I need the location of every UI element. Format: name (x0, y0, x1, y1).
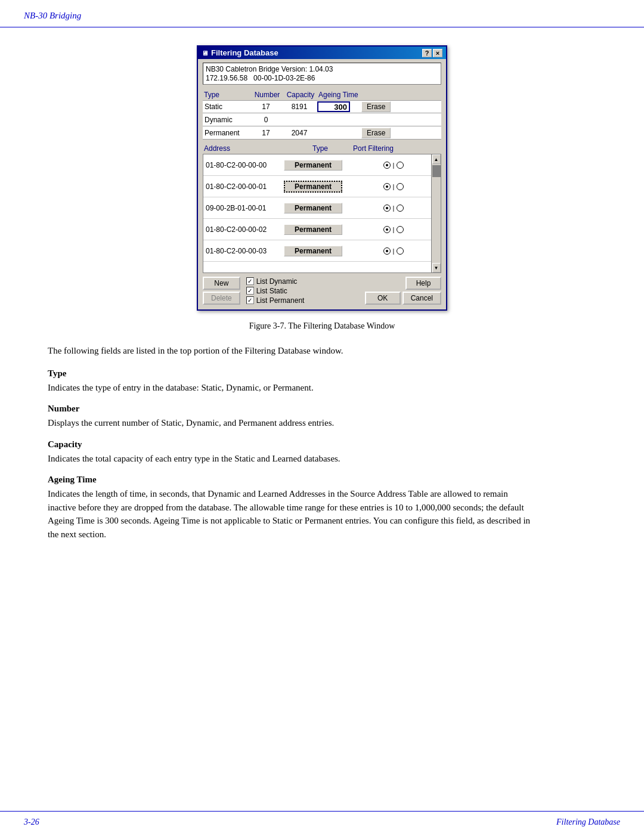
close-title-button[interactable]: × (433, 49, 442, 57)
info-ip: 172.19.56.58 (206, 74, 247, 82)
footer-section-title: Filtering Database (556, 817, 620, 827)
section-type-text: Indicates the type of entry in the datab… (48, 381, 537, 395)
radio-off-2[interactable] (397, 205, 404, 212)
radio-on-1[interactable] (383, 183, 391, 190)
dialog-titlebar: 🖥 Filtering Database ? × (198, 47, 446, 59)
checkboxes-section: ✓ List Dynamic ✓ List Static ✓ List Perm… (246, 277, 305, 305)
checkbox-list-permanent: ✓ List Permanent (246, 296, 305, 305)
type-btn-2[interactable]: Permanent (284, 203, 342, 213)
info-row-version: NB30 Cabletron Bridge Version: 1.04.03 (206, 65, 438, 73)
left-action-buttons: New Delete (203, 277, 240, 305)
address-table: 01-80-C2-00-00-00 Permanent | 01-80-C2-0… (203, 154, 441, 273)
row-dynamic-number: 0 (250, 116, 281, 124)
checkbox-static[interactable]: ✓ (246, 287, 254, 295)
info-mac: 00-00-1D-03-2E-86 (253, 74, 315, 82)
table-row-static: Static 17 8191 Erase (203, 100, 441, 113)
type-btn-0[interactable]: Permanent (284, 160, 342, 171)
section-number-heading: Number (48, 404, 537, 414)
dialog-icon: 🖥 (202, 49, 208, 57)
cancel-button[interactable]: Cancel (402, 292, 441, 305)
addr-2-portfilter: | (346, 205, 441, 212)
scroll-thumb[interactable] (432, 165, 441, 177)
section-capacity-heading: Capacity (48, 439, 537, 450)
dialog-title: Filtering Database (211, 48, 278, 57)
ok-button[interactable]: OK (365, 292, 401, 305)
footer-page-number: 3-26 (24, 817, 39, 827)
row-dynamic-type: Dynamic (203, 116, 250, 124)
new-button[interactable]: New (203, 277, 240, 290)
addr-4-address: 01-80-C2-00-00-03 (203, 247, 284, 255)
addr-3-portfilter: | (346, 226, 441, 233)
titlebar-left: 🖥 Filtering Database (202, 48, 278, 57)
scroll-up-arrow[interactable]: ▲ (432, 154, 441, 164)
erase-button-static[interactable]: Erase (361, 101, 391, 112)
section-number-text: Displays the current number of Static, D… (48, 416, 537, 430)
data-rows-section: Static 17 8191 Erase Dynamic 0 (203, 100, 441, 140)
checkbox-dynamic-label: List Dynamic (256, 277, 298, 286)
addr-row-3: 01-80-C2-00-00-02 Permanent | (203, 219, 441, 240)
checkbox-permanent[interactable]: ✓ (246, 296, 254, 304)
row-permanent-capacity: 2047 (281, 129, 317, 137)
radio-off-0[interactable] (397, 162, 404, 169)
col-header-number: Number (252, 91, 283, 99)
help-button[interactable]: Help (405, 277, 441, 290)
scrollbar[interactable]: ▲ ▼ (431, 154, 441, 272)
ageing-time-input[interactable] (317, 101, 350, 112)
radio-on-4[interactable] (383, 247, 391, 255)
radio-separator-1: | (393, 183, 395, 190)
erase-button-permanent[interactable]: Erase (361, 128, 391, 138)
type-btn-4[interactable]: Permanent (284, 246, 342, 256)
main-content: 🖥 Filtering Database ? × NB30 Cabletron … (0, 27, 644, 568)
help-title-button[interactable]: ? (422, 49, 432, 57)
page-header: NB-30 Bridging (0, 0, 644, 27)
type-btn-3[interactable]: Permanent (284, 224, 342, 235)
checkbox-list-dynamic: ✓ List Dynamic (246, 277, 305, 286)
addr-row-2: 09-00-2B-01-00-01 Permanent | (203, 197, 441, 219)
addr-4-portfilter: | (346, 247, 441, 255)
addr-0-type: Permanent (284, 160, 346, 171)
section-type-heading: Type (48, 368, 537, 379)
section-number: Number Displays the current number of St… (48, 404, 537, 430)
col-header-ageing: Ageing Time (318, 91, 378, 99)
addr-row-1: 01-80-C2-00-00-01 Permanent | (203, 176, 441, 197)
section-capacity: Capacity Indicates the total capacity of… (48, 439, 537, 466)
ok-cancel-row: OK Cancel (365, 292, 441, 305)
addr-0-portfilter: | (346, 162, 441, 169)
row-permanent-number: 17 (250, 129, 281, 137)
filtering-database-dialog: 🖥 Filtering Database ? × NB30 Cabletron … (197, 45, 447, 311)
addr-1-address: 01-80-C2-00-00-01 (203, 182, 284, 191)
radio-off-3[interactable] (397, 226, 404, 233)
radio-on-0[interactable] (383, 162, 391, 169)
addr-row-0: 01-80-C2-00-00-00 Permanent | (203, 154, 441, 176)
table-header-row: Type Number Capacity Ageing Time (203, 88, 441, 100)
right-action-buttons: Help OK Cancel (365, 277, 441, 305)
radio-separator-2: | (393, 205, 395, 212)
addr-3-address: 01-80-C2-00-00-02 (203, 225, 284, 234)
radio-separator-3: | (393, 226, 395, 233)
row-static-ageing (317, 101, 359, 112)
bottom-buttons: New Delete ✓ List Dynamic ✓ List Static … (203, 277, 441, 305)
radio-off-1[interactable] (397, 183, 404, 190)
addr-4-type: Permanent (284, 246, 346, 256)
radio-on-2[interactable] (383, 205, 391, 212)
addr-col-header-portfilter: Port Filtering (353, 144, 440, 153)
checkbox-dynamic[interactable]: ✓ (246, 277, 254, 285)
addr-header-row: Address Type Port Filtering (203, 142, 441, 154)
addr-row-4: 01-80-C2-00-00-03 Permanent | (203, 240, 441, 262)
row-permanent-type: Permanent (203, 129, 250, 137)
addr-3-type: Permanent (284, 224, 346, 235)
checkbox-permanent-label: List Permanent (256, 296, 305, 305)
type-btn-1[interactable]: Permanent (284, 181, 342, 193)
addr-col-header-type: Type (287, 144, 353, 153)
section-ageing: Ageing Time Indicates the length of time… (48, 475, 537, 541)
radio-off-4[interactable] (397, 247, 404, 255)
scroll-down-arrow[interactable]: ▼ (432, 263, 441, 272)
section-type: Type Indicates the type of entry in the … (48, 368, 537, 395)
info-row-ip: 172.19.56.58 00-00-1D-03-2E-86 (206, 74, 438, 82)
radio-on-3[interactable] (383, 226, 391, 233)
table-row-permanent: Permanent 17 2047 Erase (203, 126, 441, 140)
page-footer: 3-26 Filtering Database (0, 811, 644, 833)
addr-2-type: Permanent (284, 203, 346, 213)
addr-col-header-address: Address (204, 144, 287, 153)
info-version: NB30 Cabletron Bridge Version: 1.04.03 (206, 65, 333, 73)
